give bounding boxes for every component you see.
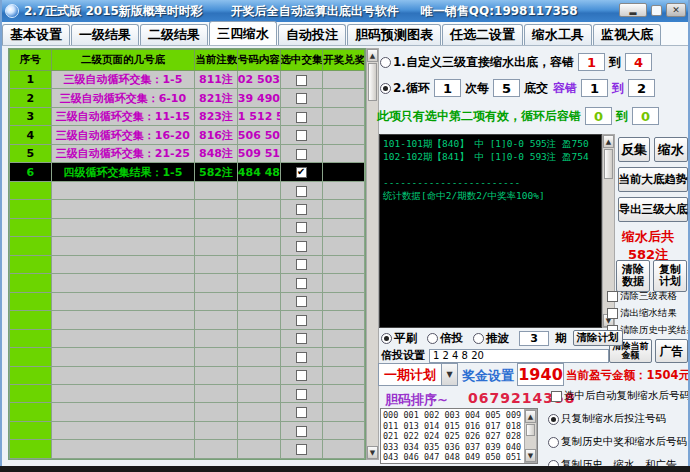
row-select-checkbox[interactable] — [296, 389, 307, 400]
table-row[interactable] — [10, 274, 365, 292]
close-button[interactable]: ✕ — [666, 3, 686, 17]
mode-radio-wave[interactable] — [473, 333, 484, 344]
listbox-scrollbar-thumb[interactable] — [526, 424, 535, 436]
table-row[interactable] — [10, 421, 365, 439]
row-check-cell[interactable] — [280, 311, 323, 329]
row-check-cell[interactable] — [280, 200, 323, 218]
side-checkbox-1[interactable] — [607, 308, 618, 319]
row-check-cell[interactable] — [280, 403, 323, 421]
table-row[interactable] — [10, 218, 365, 236]
row-check-cell[interactable] — [280, 218, 323, 236]
option1-radio[interactable] — [380, 57, 391, 68]
row-check-cell[interactable] — [280, 126, 323, 144]
tab-item-1[interactable]: 一级结果 — [71, 24, 139, 45]
option2-per-input[interactable]: 5 — [493, 79, 520, 97]
row-select-checkbox[interactable] — [296, 75, 307, 86]
listbox-scroll-down-icon[interactable]: ▼ — [525, 449, 536, 462]
table-row[interactable] — [10, 181, 365, 199]
row-select-checkbox[interactable] — [296, 167, 307, 178]
mode-radio-flat[interactable] — [381, 333, 392, 344]
row-select-checkbox[interactable] — [296, 186, 307, 197]
row-select-checkbox[interactable] — [296, 333, 307, 344]
row-check-cell[interactable] — [280, 71, 323, 89]
copy-radio-0[interactable] — [548, 414, 559, 425]
row-select-checkbox[interactable] — [296, 370, 307, 381]
row-select-checkbox[interactable] — [296, 241, 307, 252]
export-button[interactable]: 导出三级大底 — [618, 197, 688, 222]
table-row[interactable] — [10, 200, 365, 218]
row-select-checkbox[interactable] — [296, 278, 307, 289]
row-check-cell[interactable] — [280, 144, 323, 162]
auto-copy-checkbox[interactable] — [551, 391, 562, 402]
table-row[interactable] — [10, 348, 365, 366]
listbox-scrollbar[interactable]: ▲ ▼ — [524, 409, 537, 463]
table-row[interactable]: 5三级自动循环交集：21-25848注509 510 — [10, 144, 365, 162]
trend-button[interactable]: 当前大底趋势 — [618, 167, 688, 192]
option2-cycle-input[interactable]: 1 — [434, 79, 461, 97]
row-check-cell[interactable] — [280, 107, 323, 125]
option2-radio[interactable] — [380, 83, 391, 94]
row-select-checkbox[interactable] — [296, 407, 307, 418]
table-row[interactable]: 2三级自动循环交集：6-10821注39 490 49 — [10, 89, 365, 107]
table-row[interactable] — [10, 329, 365, 347]
row-check-cell[interactable] — [280, 274, 323, 292]
tab-item-7[interactable]: 缩水工具 — [524, 24, 592, 45]
tab-item-5[interactable]: 胆码预测图表 — [347, 24, 441, 45]
row-check-cell[interactable] — [280, 384, 323, 402]
table-row[interactable]: 4三级自动循环交集：16-20816注506 507 — [10, 126, 365, 144]
option1-to-input[interactable]: 4 — [625, 53, 652, 71]
table-row[interactable] — [10, 292, 365, 310]
row-check-cell[interactable] — [280, 440, 323, 459]
console-scrollbar-thumb[interactable] — [604, 149, 613, 179]
row-check-cell[interactable] — [280, 255, 323, 273]
table-row[interactable]: 3三级自动循环交集：11-15823注1 512 51 — [10, 107, 365, 125]
multiple-input[interactable]: 1 2 4 8 20 — [429, 349, 609, 363]
maximize-button[interactable] — [651, 5, 662, 16]
minimize-button[interactable]: ▂ — [619, 3, 647, 17]
tab-item-8[interactable]: 监视大底 — [593, 24, 661, 45]
row-select-checkbox[interactable] — [296, 426, 307, 437]
row-check-cell[interactable] — [280, 329, 323, 347]
chevron-down-icon[interactable]: ▼ — [441, 364, 457, 385]
row-select-checkbox[interactable] — [296, 259, 307, 270]
tab-item-0[interactable]: 基本设置 — [2, 24, 70, 45]
shrink-button[interactable]: 缩水 — [654, 137, 688, 162]
scroll-down-icon[interactable]: ▼ — [367, 446, 378, 459]
row-select-checkbox[interactable] — [296, 130, 307, 141]
console-scroll-up-icon[interactable]: ▲ — [603, 135, 614, 148]
row-select-checkbox[interactable] — [296, 222, 307, 233]
table-row[interactable] — [10, 403, 365, 421]
table-row[interactable] — [10, 384, 365, 402]
tab-item-3[interactable]: 三四缩水 — [209, 21, 277, 45]
ad-button[interactable]: 广告 — [655, 339, 688, 363]
table-row[interactable] — [10, 440, 365, 459]
table-row[interactable] — [10, 311, 365, 329]
scrollbar-thumb[interactable] — [368, 63, 377, 101]
row-check-cell[interactable] — [280, 366, 323, 384]
prize-input[interactable]: 1940 — [517, 363, 564, 386]
copy-radio-1[interactable] — [548, 437, 559, 448]
table-row[interactable] — [10, 366, 365, 384]
row-select-checkbox[interactable] — [296, 315, 307, 326]
row-check-cell[interactable] — [280, 163, 323, 181]
clear-plan-button[interactable]: 清除计划 — [573, 330, 623, 346]
table-row[interactable]: 6四级循环交集结果：1-5582注484 485 — [10, 163, 365, 181]
tab-item-2[interactable]: 二级结果 — [140, 24, 208, 45]
row-check-cell[interactable] — [280, 89, 323, 107]
option1-from-input[interactable]: 1 — [578, 53, 605, 71]
tab-item-4[interactable]: 自动投注 — [278, 24, 346, 45]
note-to-input[interactable]: 0 — [632, 107, 659, 125]
table-row[interactable] — [10, 237, 365, 255]
tab-item-6[interactable]: 任选二设置 — [442, 24, 523, 45]
option2-from-input[interactable]: 1 — [581, 79, 608, 97]
note-from-input[interactable]: 0 — [585, 107, 612, 125]
row-select-checkbox[interactable] — [296, 352, 307, 363]
number-listbox[interactable]: 000 001 002 003 004 005 009 010 011 013 … — [380, 408, 538, 464]
row-check-cell[interactable] — [280, 181, 323, 199]
row-select-checkbox[interactable] — [296, 444, 307, 455]
row-check-cell[interactable] — [280, 421, 323, 439]
row-select-checkbox[interactable] — [296, 204, 307, 215]
mode-radio-double[interactable] — [427, 333, 438, 344]
table-row[interactable]: 1三级自动循环交集：1-5811注02 503 50 — [10, 71, 365, 89]
reverse-set-button[interactable]: 反集 — [618, 137, 650, 162]
